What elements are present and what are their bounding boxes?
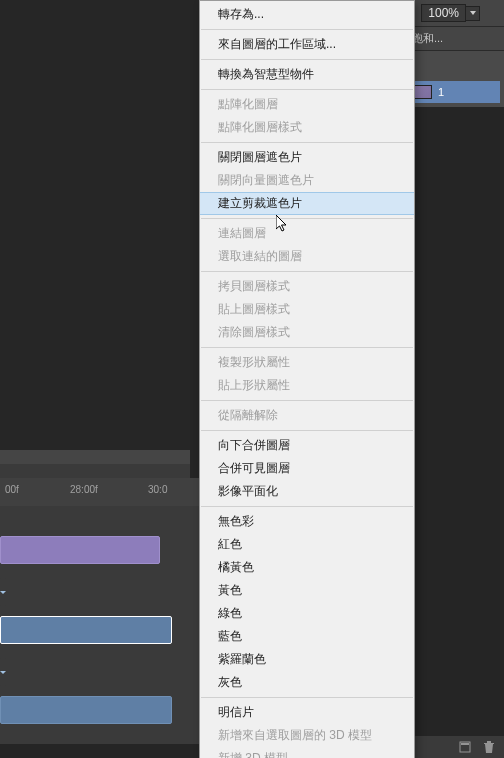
menu-item[interactable]: 轉存為... — [200, 3, 414, 26]
menu-item: 連結圖層 — [200, 222, 414, 245]
menu-item[interactable]: 無色彩 — [200, 510, 414, 533]
menu-item[interactable]: 灰色 — [200, 671, 414, 694]
menu-item[interactable]: 轉換為智慧型物件 — [200, 63, 414, 86]
clip-audio-2[interactable] — [0, 696, 172, 724]
menu-item[interactable]: 明信片 — [200, 701, 414, 724]
play-head-marker[interactable] — [0, 578, 6, 606]
menu-item: 選取連結的圖層 — [200, 245, 414, 268]
zoom-dropdown-button[interactable] — [466, 6, 480, 21]
layer-context-menu: 轉存為...來自圖層的工作區域...轉換為智慧型物件點陣化圖層點陣化圖層樣式關閉… — [199, 0, 415, 758]
menu-separator — [201, 506, 413, 507]
zoom-value[interactable]: 100% — [421, 4, 466, 22]
menu-item: 點陣化圖層樣式 — [200, 116, 414, 139]
panel-footer — [414, 736, 504, 758]
menu-item[interactable]: 橘黃色 — [200, 556, 414, 579]
horizontal-scrollbar[interactable] — [0, 450, 190, 464]
timeline-ruler[interactable]: 00f28:00f30:0 — [0, 478, 200, 506]
layer-item[interactable]: 1 — [408, 81, 500, 103]
play-head-marker[interactable] — [0, 658, 6, 686]
menu-item[interactable]: 紅色 — [200, 533, 414, 556]
menu-separator — [201, 347, 413, 348]
menu-separator — [201, 89, 413, 90]
ruler-tick: 00f — [5, 484, 19, 495]
menu-separator — [201, 400, 413, 401]
layers-panel: 跑和... 1 — [404, 26, 504, 107]
timeline-panel: 00f28:00f30:0 — [0, 478, 200, 744]
panel-divider — [0, 464, 190, 478]
panel-tab[interactable]: 跑和... — [404, 26, 504, 51]
clip-audio-1[interactable] — [0, 616, 172, 644]
menu-item[interactable]: 來自圖層的工作區域... — [200, 33, 414, 56]
menu-item[interactable]: 藍色 — [200, 625, 414, 648]
canvas-area — [0, 0, 190, 450]
ruler-tick: 30:0 — [148, 484, 167, 495]
menu-item: 貼上圖層樣式 — [200, 298, 414, 321]
menu-separator — [201, 29, 413, 30]
layer-name: 1 — [438, 86, 444, 98]
clip-video-1[interactable] — [0, 536, 160, 564]
panel-toolbar — [404, 51, 504, 77]
menu-separator — [201, 218, 413, 219]
menu-item: 關閉向量圖遮色片 — [200, 169, 414, 192]
menu-item[interactable]: 黃色 — [200, 579, 414, 602]
menu-item[interactable]: 影像平面化 — [200, 480, 414, 503]
trash-icon[interactable] — [482, 740, 496, 754]
menu-item: 清除圖層樣式 — [200, 321, 414, 344]
menu-item: 從隔離解除 — [200, 404, 414, 427]
menu-separator — [201, 59, 413, 60]
menu-item: 新增來自選取圖層的 3D 模型 — [200, 724, 414, 747]
menu-item[interactable]: 建立剪裁遮色片 — [200, 192, 414, 215]
panel-title: 跑和... — [412, 31, 443, 46]
menu-separator — [201, 430, 413, 431]
menu-item: 新增 3D 模型 — [200, 747, 414, 758]
svg-rect-1 — [461, 743, 469, 745]
new-layer-icon[interactable] — [458, 740, 472, 754]
menu-item[interactable]: 合併可見圖層 — [200, 457, 414, 480]
timeline-tracks[interactable] — [0, 506, 200, 744]
layers-list: 1 — [404, 77, 504, 107]
menu-item: 複製形狀屬性 — [200, 351, 414, 374]
menu-item[interactable]: 紫羅蘭色 — [200, 648, 414, 671]
menu-item[interactable]: 向下合併圖層 — [200, 434, 414, 457]
menu-item: 貼上形狀屬性 — [200, 374, 414, 397]
ruler-tick: 28:00f — [70, 484, 98, 495]
menu-item: 拷貝圖層樣式 — [200, 275, 414, 298]
menu-item[interactable]: 關閉圖層遮色片 — [200, 146, 414, 169]
layer-thumbnail — [414, 85, 432, 99]
menu-separator — [201, 142, 413, 143]
menu-separator — [201, 697, 413, 698]
menu-item[interactable]: 綠色 — [200, 602, 414, 625]
menu-separator — [201, 271, 413, 272]
menu-item: 點陣化圖層 — [200, 93, 414, 116]
options-bar: : 100% — [404, 0, 504, 26]
